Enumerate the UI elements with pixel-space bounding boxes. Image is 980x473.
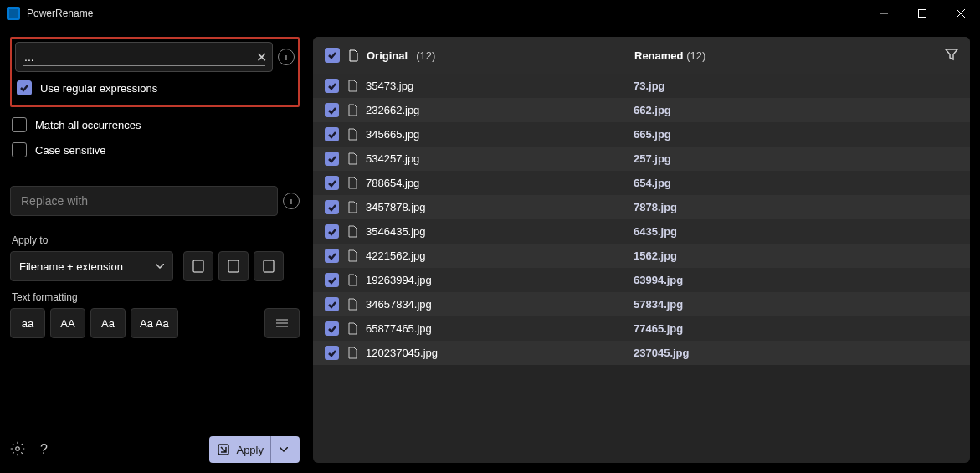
row-checkbox[interactable] <box>325 103 339 117</box>
file-icon <box>347 177 357 189</box>
table-row[interactable]: 34657834.jpg57834.jpg <box>313 292 970 316</box>
row-checkbox[interactable] <box>325 79 339 93</box>
left-panel: ✕ i Use regular expressions Match all oc… <box>0 27 310 473</box>
apply-to-dropdown[interactable]: Filename + extension <box>10 251 173 281</box>
table-row[interactable]: 788654.jpg654.jpg <box>313 171 970 195</box>
svg-rect-1 <box>919 10 926 18</box>
titlebar: PowerRename <box>0 0 980 27</box>
close-button[interactable] <box>942 0 980 27</box>
file-icon <box>347 347 357 359</box>
table-row[interactable]: 65877465.jpg77465.jpg <box>313 316 970 341</box>
file-icon <box>347 225 357 238</box>
settings-icon[interactable] <box>10 441 25 459</box>
table-row[interactable]: 19263994.jpg63994.jpg <box>313 268 970 292</box>
row-checkbox[interactable] <box>325 127 339 141</box>
cell-renamed: 73.jpg <box>634 80 958 92</box>
fmt-capitalize-each-button[interactable]: Aa Aa <box>131 308 178 338</box>
cell-renamed: 77465.jpg <box>634 322 958 335</box>
row-checkbox[interactable] <box>325 200 339 214</box>
fmt-lowercase-button[interactable]: aa <box>10 308 45 338</box>
fmt-titlecase-button[interactable]: Aa <box>90 308 126 338</box>
table-row[interactable]: 120237045.jpg237045.jpg <box>313 341 970 365</box>
case-sensitive-checkbox[interactable] <box>12 142 27 157</box>
replace-info-icon[interactable]: i <box>283 193 300 209</box>
include-subfolders-button[interactable] <box>254 251 284 281</box>
include-files-button[interactable] <box>183 251 213 281</box>
row-checkbox[interactable] <box>325 273 339 287</box>
minimize-button[interactable] <box>865 0 903 27</box>
select-all-checkbox[interactable] <box>325 48 340 63</box>
table-row[interactable]: 3546435.jpg6435.jpg <box>313 219 970 244</box>
svg-rect-5 <box>228 260 239 272</box>
help-icon[interactable]: ? <box>40 442 48 457</box>
file-icon <box>347 80 357 92</box>
match-all-option[interactable]: Match all occurrences <box>12 117 298 132</box>
cell-renamed: 257.jpg <box>634 152 958 165</box>
file-icon <box>347 298 357 311</box>
cell-renamed: 63994.jpg <box>634 274 958 286</box>
svg-point-10 <box>16 446 20 450</box>
fmt-uppercase-button[interactable]: AA <box>50 308 85 338</box>
renamed-header: Renamed <box>634 49 684 62</box>
file-icon <box>347 322 357 335</box>
row-checkbox[interactable] <box>325 297 339 311</box>
renamed-count: (12) <box>686 49 705 62</box>
app-icon <box>7 7 20 20</box>
cell-original: 120237045.jpg <box>366 347 625 359</box>
cell-original: 3457878.jpg <box>366 201 625 213</box>
clear-search-icon[interactable]: ✕ <box>256 49 267 65</box>
cell-renamed: 57834.jpg <box>634 298 958 311</box>
right-panel: Original (12) Renamed (12) 35473.jpg73.j… <box>310 27 980 473</box>
table-row[interactable]: 345665.jpg665.jpg <box>313 122 970 147</box>
maximize-button[interactable] <box>903 0 942 27</box>
file-icon <box>347 128 357 141</box>
table-row[interactable]: 4221562.jpg1562.jpg <box>313 244 970 268</box>
highlight-region: ✕ i Use regular expressions <box>10 37 300 107</box>
row-checkbox[interactable] <box>325 321 339 336</box>
table-row[interactable]: 534257.jpg257.jpg <box>313 147 970 171</box>
cell-original: 35473.jpg <box>366 80 625 92</box>
cell-original: 4221562.jpg <box>366 249 625 262</box>
row-checkbox[interactable] <box>325 249 339 263</box>
file-icon <box>347 249 357 262</box>
chevron-down-icon <box>156 264 164 269</box>
file-icon <box>348 49 358 62</box>
row-checkbox[interactable] <box>325 176 339 190</box>
cell-renamed: 662.jpg <box>634 104 958 116</box>
apply-dropdown-icon[interactable] <box>270 436 288 463</box>
cell-renamed: 7878.jpg <box>634 201 958 213</box>
replace-input[interactable]: Replace with <box>10 186 278 216</box>
original-count: (12) <box>416 49 435 62</box>
cell-renamed: 1562.jpg <box>634 249 958 262</box>
search-input[interactable] <box>24 50 244 64</box>
cell-original: 65877465.jpg <box>366 322 625 335</box>
match-all-checkbox[interactable] <box>12 117 27 132</box>
search-input-container[interactable]: ✕ <box>15 42 273 72</box>
use-regex-option[interactable]: Use regular expressions <box>17 80 293 95</box>
filter-icon[interactable] <box>945 48 958 64</box>
use-regex-checkbox[interactable] <box>17 80 32 95</box>
table-row[interactable]: 35473.jpg73.jpg <box>313 74 970 98</box>
file-icon <box>347 274 357 286</box>
cell-renamed: 665.jpg <box>634 128 958 141</box>
cell-original: 232662.jpg <box>366 104 625 116</box>
row-checkbox[interactable] <box>325 152 339 166</box>
case-sensitive-option[interactable]: Case sensitive <box>12 142 298 157</box>
search-info-icon[interactable]: i <box>278 49 295 65</box>
file-icon <box>347 201 357 213</box>
file-table: Original (12) Renamed (12) 35473.jpg73.j… <box>313 37 970 463</box>
enumerate-button[interactable] <box>264 308 300 338</box>
include-folders-button[interactable] <box>218 251 249 281</box>
row-checkbox[interactable] <box>325 346 339 360</box>
match-all-label: Match all occurrences <box>35 119 141 131</box>
cell-original: 345665.jpg <box>366 128 625 141</box>
case-sensitive-label: Case sensitive <box>35 144 106 157</box>
table-row[interactable]: 3457878.jpg7878.jpg <box>313 195 970 219</box>
apply-button[interactable]: Apply <box>209 436 300 463</box>
original-header: Original <box>367 49 408 62</box>
table-row[interactable]: 232662.jpg662.jpg <box>313 98 970 122</box>
row-checkbox[interactable] <box>325 224 339 239</box>
cell-original: 534257.jpg <box>366 152 625 165</box>
cell-original: 3546435.jpg <box>366 225 625 238</box>
file-icon <box>347 152 357 165</box>
